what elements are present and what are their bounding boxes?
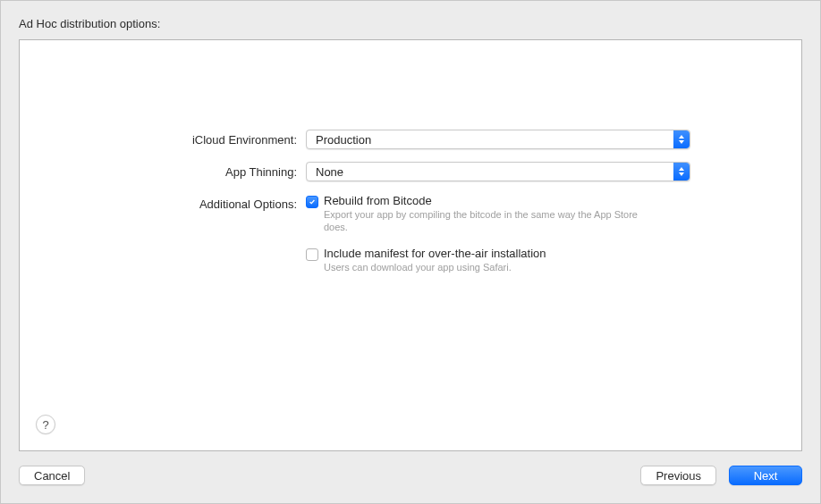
help-icon: ? (42, 418, 48, 432)
row-icloud-environment: iCloud Environment: Production (73, 130, 748, 149)
app-thinning-popup[interactable]: None (306, 162, 690, 181)
options-form: iCloud Environment: Production App Thinn… (73, 130, 748, 286)
row-app-thinning: App Thinning: None (73, 162, 748, 181)
updown-arrows-icon (673, 163, 690, 181)
cancel-button[interactable]: Cancel (19, 466, 85, 485)
rebuild-bitcode-option: Rebuild from Bitcode Export your app by … (306, 194, 690, 234)
rebuild-bitcode-checkbox[interactable] (306, 196, 318, 208)
icloud-environment-popup[interactable]: Production (306, 130, 690, 149)
distribution-options-dialog: Ad Hoc distribution options: iCloud Envi… (0, 0, 821, 504)
next-button[interactable]: Next (729, 466, 802, 485)
help-button[interactable]: ? (36, 415, 55, 434)
dialog-footer: Cancel Previous Next (19, 466, 802, 485)
updown-arrows-icon (673, 130, 690, 148)
row-additional-options: Additional Options: Rebuild from Bitcode… (73, 194, 748, 286)
app-thinning-value: None (316, 165, 343, 179)
include-manifest-option: Include manifest for over-the-air instal… (306, 247, 690, 273)
icloud-environment-label: iCloud Environment: (73, 130, 306, 147)
additional-options-label: Additional Options: (73, 194, 306, 211)
rebuild-bitcode-desc: Export your app by compiling the bitcode… (324, 208, 664, 234)
checkmark-icon (309, 198, 316, 206)
include-manifest-desc: Users can download your app using Safari… (324, 261, 546, 273)
include-manifest-checkbox[interactable] (306, 248, 318, 261)
app-thinning-label: App Thinning: (73, 162, 306, 179)
include-manifest-label: Include manifest for over-the-air instal… (324, 247, 546, 260)
dialog-title: Ad Hoc distribution options: (19, 17, 802, 30)
rebuild-bitcode-label: Rebuild from Bitcode (324, 194, 664, 207)
options-panel: iCloud Environment: Production App Thinn… (19, 39, 802, 451)
icloud-environment-value: Production (316, 133, 371, 147)
previous-button[interactable]: Previous (640, 466, 716, 485)
